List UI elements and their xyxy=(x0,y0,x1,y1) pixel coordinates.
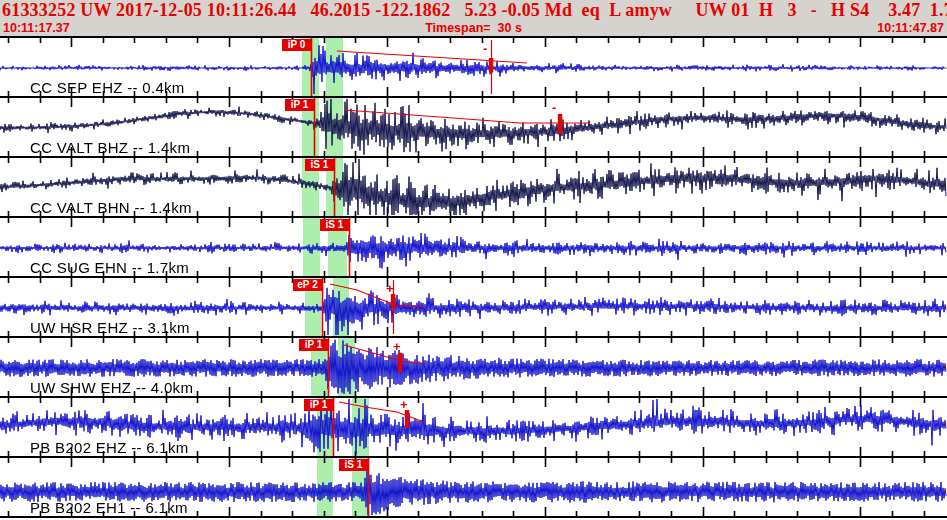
time-axis-header: 10:11:17.37 Timespan= 30 s 10:11:47.87 xyxy=(0,20,947,36)
station-label: CC VALT BHN -- 1.4km xyxy=(30,199,192,216)
trace-panel: iP 1CC VALT BHZ -- 1.4km xyxy=(0,98,947,158)
phase-pick-flag[interactable]: iS 1 xyxy=(305,159,334,171)
trace-panel: iP 0CC SEP EHZ -- 0.4km xyxy=(0,38,947,98)
phase-pick-flag[interactable]: iS 1 xyxy=(339,459,368,471)
trace-panel-stack: iP 0CC SEP EHZ -- 0.4kmiP 1CC VALT BHZ -… xyxy=(0,36,947,518)
trace-panel: iS 1CC VALT BHN -- 1.4km xyxy=(0,158,947,218)
station-label: PB B202 EH1 -- 6.1km xyxy=(30,499,188,516)
trace-panel: iS 1CC SUG EHN -- 1.7km xyxy=(0,218,947,278)
event-summary-line: 61333252 UW 2017-12-05 10:11:26.44 46.20… xyxy=(2,0,947,21)
phase-pick-flag[interactable]: eP 2 xyxy=(293,279,322,291)
phase-pick-flag[interactable]: iP 1 xyxy=(304,399,333,411)
station-label: UW HSR EHZ -- 3.1km xyxy=(30,319,190,336)
phase-pick-flag[interactable]: iP 1 xyxy=(285,99,314,111)
trace-panel: iP 1PB B202 EHZ -- 6.1km xyxy=(0,398,947,458)
timespan-label: Timespan= 30 s xyxy=(0,21,947,35)
seismic-analyst-window: 61333252 UW 2017-12-05 10:11:26.44 46.20… xyxy=(0,0,947,520)
station-label: CC SEP EHZ -- 0.4km xyxy=(30,79,185,96)
phase-pick-flag[interactable]: iP 0 xyxy=(282,39,311,51)
phase-pick-flag[interactable]: iS 1 xyxy=(320,219,349,231)
trace-panel: eP 2UW HSR EHZ -- 3.1km xyxy=(0,278,947,338)
trace-panel: iS 1PB B202 EH1 -- 6.1km xyxy=(0,458,947,518)
event-header: 61333252 UW 2017-12-05 10:11:26.44 46.20… xyxy=(0,0,947,36)
station-label: UW SHW EHZ -- 4.0km xyxy=(30,379,193,396)
trace-panel: iP 1UW SHW EHZ -- 4.0km xyxy=(0,338,947,398)
station-label: CC SUG EHN -- 1.7km xyxy=(30,259,189,276)
phase-pick-flag[interactable]: iP 1 xyxy=(299,339,328,351)
station-label: CC VALT BHZ -- 1.4km xyxy=(30,139,190,156)
window-end-time: 10:11:47.87 xyxy=(877,21,944,35)
station-label: PB B202 EHZ -- 6.1km xyxy=(30,439,189,456)
